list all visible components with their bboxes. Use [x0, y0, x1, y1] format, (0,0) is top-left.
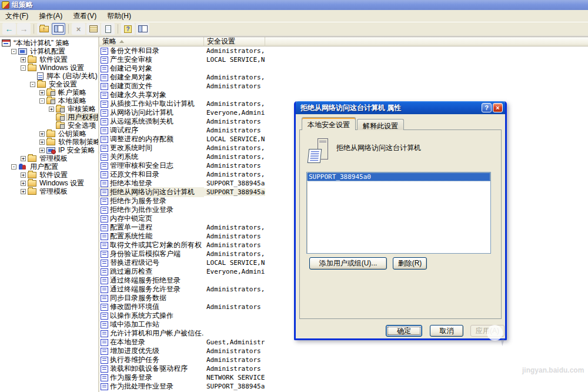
expander-icon[interactable]: +: [21, 172, 26, 178]
tree-item[interactable]: 安全选项: [0, 121, 98, 129]
policy-icon: [101, 242, 108, 249]
add-user-or-group-button[interactable]: 添加用户或组(U)...: [309, 257, 387, 270]
table-row[interactable]: 产生安全审核LOCAL SERVICE,N...: [99, 55, 588, 64]
dialog-help-button[interactable]: ?: [482, 103, 492, 112]
dialog-close-button[interactable]: ×: [493, 103, 503, 112]
column-header-policy[interactable]: 策略: [99, 37, 204, 46]
expander-icon[interactable]: +: [21, 57, 26, 62]
ok-button[interactable]: 确定: [386, 325, 422, 337]
table-row[interactable]: 创建永久共享对象: [99, 91, 588, 99]
toolbar-button-export-list[interactable]: [101, 23, 115, 35]
remove-button[interactable]: 删除(R): [393, 257, 427, 270]
tree-item[interactable]: -Windows 设置: [0, 64, 98, 72]
cancel-button[interactable]: 取消: [430, 325, 463, 337]
tree-item[interactable]: -用户配置: [0, 162, 98, 171]
show-console-tree-icon: [54, 25, 64, 32]
listbox-item[interactable]: SUPPORT_388945a0: [307, 172, 490, 181]
tree-item[interactable]: +审核策略: [0, 105, 98, 113]
folder-icon: [46, 131, 55, 137]
tree-item-label: 管理模板: [38, 154, 69, 162]
folder-icon: [28, 65, 36, 71]
policy-icon: [101, 357, 108, 364]
dialog-titlebar: 拒绝从网络访问这台计算机 属性 ? ×: [296, 101, 505, 114]
expander-icon[interactable]: +: [21, 189, 26, 194]
tree-item[interactable]: +软件设置: [0, 55, 98, 64]
toolbar-button-back[interactable]: ←: [2, 23, 16, 35]
expander-icon[interactable]: +: [39, 139, 45, 145]
table-row[interactable]: 备份文件和目录Administrators,...: [99, 46, 588, 55]
table-row[interactable]: 增加进度优先级Administrators: [99, 347, 588, 356]
table-row[interactable]: 装载和卸载设备驱动程序Administrators: [99, 364, 588, 373]
tree-item[interactable]: +公钥策略: [0, 129, 98, 138]
menu-item-file[interactable]: 文件(F): [0, 9, 34, 23]
expander-icon[interactable]: -: [30, 82, 35, 87]
menu-item-view[interactable]: 查看(V): [68, 9, 102, 23]
menu-item-action[interactable]: 操作(A): [34, 9, 68, 23]
tree-item[interactable]: +IP 安全策略，在: [0, 146, 98, 154]
tree-item[interactable]: +管理模板: [0, 154, 98, 162]
table-row[interactable]: 创建全局对象Administrators,...: [99, 73, 588, 82]
folder-icon: [28, 172, 36, 178]
tree-item-label: 计算机配置: [29, 47, 66, 55]
tree-item[interactable]: -本地策略: [0, 97, 98, 105]
toolbar-button-up-folder[interactable]: ↑: [37, 23, 51, 35]
expander-icon[interactable]: +: [21, 181, 26, 186]
expander-icon[interactable]: +: [39, 90, 45, 95]
policy-icon: [101, 286, 108, 293]
column-header-security-setting-label: 安全设置: [207, 37, 235, 46]
column-header-security-setting[interactable]: 安全设置: [204, 37, 265, 46]
console-tree-panel[interactable]: “本地计算机” 策略-计算机配置+软件设置-Windows 设置脚本 (启动/关…: [0, 37, 99, 392]
toolbar-button-new-window[interactable]: [136, 23, 149, 35]
security-setting-value: LOCAL SERVICE,N...: [204, 56, 265, 64]
tree-item[interactable]: +软件设置: [0, 171, 98, 179]
toolbar-button-forward[interactable]: →: [17, 23, 31, 35]
folder-icon: [46, 139, 55, 145]
policy-icon: [101, 145, 108, 152]
tab-local-security-setting[interactable]: 本地安全设置: [302, 117, 356, 130]
table-row[interactable]: 作为服务登录NETWORK SERVICE: [99, 373, 588, 382]
table-row[interactable]: 作为批处理作业登录SUPPORT_388945a...: [99, 382, 588, 391]
tree-item[interactable]: “本地计算机” 策略: [0, 39, 98, 47]
tree-item[interactable]: 用户权利指派: [0, 113, 98, 121]
policy-icon: [101, 277, 108, 284]
policy-icon: [101, 313, 108, 320]
policy-icon: [101, 374, 108, 381]
expander-icon[interactable]: -: [21, 65, 26, 71]
expander-icon[interactable]: -: [11, 49, 16, 54]
security-setting-value: Administrators,...: [204, 153, 265, 161]
user-group-listbox[interactable]: SUPPORT_388945a0: [306, 172, 491, 254]
toolbar-button-show-console-tree[interactable]: [52, 23, 65, 35]
expander-icon[interactable]: +: [21, 156, 26, 161]
expander-icon[interactable]: +: [49, 107, 54, 112]
tab-explain-setting[interactable]: 解释此设置: [357, 119, 404, 130]
tree-item[interactable]: +帐户策略: [0, 88, 98, 97]
expander-icon[interactable]: +: [39, 148, 45, 153]
tree-item-label: 审核策略: [66, 105, 97, 113]
toolbar-button-help[interactable]: ?: [121, 23, 135, 35]
expander-icon[interactable]: -: [11, 164, 16, 170]
table-row[interactable]: 创建页面文件Administrators: [99, 82, 588, 91]
tree-item-label: 软件设置: [38, 171, 69, 179]
dialog-tabs: 本地安全设置 解释此设置: [302, 117, 405, 130]
security-setting-value: Administrators: [204, 303, 265, 311]
toolbar-separator: [118, 24, 118, 34]
tree-item[interactable]: +管理模板: [0, 187, 98, 195]
properties-dialog: 拒绝从网络访问这台计算机 属性 ? × 本地安全设置 解释此设置 拒绝从网络访问…: [294, 101, 507, 340]
table-row[interactable]: 执行卷维护任务Administrators: [99, 356, 588, 364]
lockfolder-icon: [46, 89, 55, 96]
table-row[interactable]: 创建记号对象: [99, 64, 588, 73]
menu-item-help[interactable]: 帮助(H): [102, 9, 136, 23]
forward-icon: →: [20, 25, 28, 33]
toolbar-button-delete[interactable]: ×: [72, 23, 85, 35]
expander-icon[interactable]: +: [39, 131, 45, 137]
tree-item[interactable]: -安全设置: [0, 80, 98, 88]
dialog-footer: 确定 取消 应用(A): [296, 320, 505, 340]
tree-item[interactable]: -计算机配置: [0, 47, 98, 55]
tree-item[interactable]: +Windows 设置: [0, 179, 98, 187]
folder-icon: [28, 57, 36, 63]
tree-item[interactable]: +软件限制策略: [0, 138, 98, 146]
expander-icon[interactable]: -: [39, 98, 45, 104]
toolbar-button-properties[interactable]: [86, 23, 100, 35]
security-setting-value: Administrators,...: [204, 285, 265, 293]
tree-item[interactable]: 脚本 (启动/关机): [0, 72, 98, 80]
